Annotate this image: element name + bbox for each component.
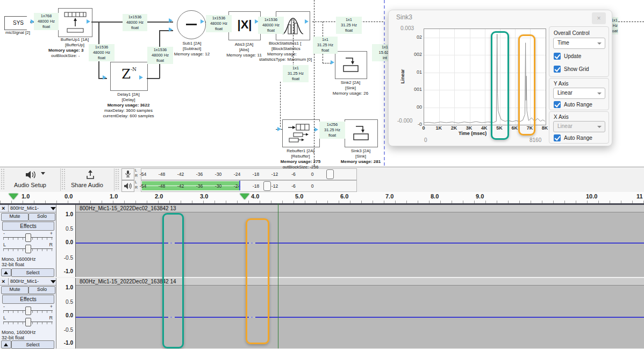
x-auto-range-checkbox[interactable]: Auto Range — [554, 134, 592, 141]
update-label: Update — [564, 53, 581, 59]
share-audio-label: Share Audio — [71, 182, 103, 188]
collapse-button[interactable] — [1, 340, 11, 348]
plot-x-tick: 1K — [435, 125, 442, 131]
playback-meter-handle[interactable] — [263, 181, 271, 191]
track-format-info: Mono, 16000Hz — [2, 330, 36, 335]
meter-scale-label: -48 — [159, 183, 165, 189]
plot-y-tick: -0 — [411, 122, 422, 127]
waveform-line — [76, 243, 644, 244]
select-button[interactable]: Select — [11, 340, 54, 349]
effects-button[interactable]: Effects — [2, 222, 54, 231]
plot-xstart-label: 0 — [424, 137, 427, 143]
track-close-button[interactable]: × — [2, 278, 5, 284]
window-close-button[interactable]: × — [592, 12, 606, 24]
effects-button[interactable]: Effects — [2, 295, 54, 304]
recording-meter[interactable]: -54-48-42-36-30-24-18-12-60 — [141, 168, 357, 180]
record-meter-button[interactable] — [121, 168, 134, 180]
plot-y-tick: 002 — [411, 52, 422, 57]
boundary-dashed-line — [314, 0, 314, 166]
signal-flow-diagram: SYS micSignal [2] — [0, 0, 644, 167]
block-caption: [Sink] — [345, 86, 356, 91]
gain-minus-label: - — [3, 231, 5, 236]
track-name: 800Hz_Mic1- — [10, 205, 39, 211]
meter-peak-indicator — [239, 181, 240, 190]
meter-scale-label: -42 — [177, 183, 184, 189]
playhead-marker-icon[interactable] — [240, 194, 249, 200]
meter-scale-label: -54 — [140, 183, 146, 189]
show-grid-checkbox[interactable]: Show Grid — [554, 66, 589, 73]
select-button[interactable]: Select — [11, 268, 54, 277]
block-caption: Memory usage: 275 — [281, 159, 320, 165]
track2-title-bar: × 800Hz_Mic1- — [0, 278, 56, 286]
y-auto-range-checkbox[interactable]: Auto Range — [554, 101, 592, 108]
gain-slider-thumb[interactable] — [25, 233, 31, 242]
recording-meter-handle[interactable] — [326, 169, 334, 179]
track-close-button[interactable]: × — [2, 205, 5, 211]
x-axis-select[interactable]: Linear — [553, 121, 605, 132]
checkbox-checked-icon — [554, 66, 561, 73]
sub1-block[interactable] — [177, 10, 206, 39]
screen: SYS micSignal [2] — [0, 0, 644, 349]
track2-vertical-ruler[interactable]: 1.0 0.5 0.0 -0.5 -1.0 — [56, 278, 76, 348]
block-caption: currentDelay: 600 samples — [103, 113, 154, 119]
pan-slider-thumb[interactable] — [25, 245, 31, 253]
solo-button[interactable]: Solo — [28, 286, 55, 294]
speaker-icon — [25, 170, 39, 180]
block-caption: [Delay] — [122, 97, 135, 103]
pan-slider-thumb[interactable] — [25, 318, 31, 326]
timeline-label: 2.0 — [155, 193, 163, 200]
track2-waveform-area[interactable]: 800Hz_Mic1-15_2022Dec02_163842 14 — [76, 278, 644, 348]
orange-highlight-tracks — [246, 218, 269, 344]
solo-button[interactable]: Solo — [28, 213, 55, 221]
dashed-wire — [280, 82, 281, 127]
y-axis-select[interactable]: Linear — [553, 88, 605, 99]
playback-meter-button[interactable] — [121, 180, 134, 192]
meter-scale-label: -30 — [215, 172, 221, 177]
toolbar-grip[interactable] — [62, 169, 66, 190]
timeline-ruler[interactable]: 1.00.01.02.03.04.05.06.07.08.09.010.011 — [0, 192, 644, 204]
y-axis-value: Linear — [557, 90, 573, 96]
timeline-label: 5.0 — [295, 193, 303, 200]
sink2-block[interactable] — [335, 51, 367, 79]
track-name-button[interactable]: 800Hz_Mic1- — [8, 205, 58, 212]
update-checkbox[interactable]: Update — [554, 53, 581, 60]
gain-slider[interactable]: - + — [2, 304, 54, 315]
port-arrow-icon — [314, 127, 318, 132]
rec-left-label: L — [135, 168, 137, 172]
clip-title-bar[interactable]: 800Hz_Mic1-15_2022Dec02_163842 13 — [76, 205, 644, 212]
timeline-label: 8.0 — [431, 193, 439, 200]
abs3-block[interactable]: |X| — [228, 11, 261, 40]
overall-control-select[interactable]: Time — [553, 38, 605, 49]
meter-scale-label: -18 — [253, 183, 259, 189]
plot-x-tick: 8K — [542, 125, 548, 131]
collapse-button[interactable] — [1, 268, 11, 276]
loop-marker-icon[interactable] — [9, 194, 18, 200]
mute-button[interactable]: Mute — [1, 286, 28, 294]
block-caption: Memory usage: — [267, 52, 297, 57]
gain-slider[interactable]: - + — [2, 231, 54, 241]
sink3-block[interactable] — [345, 119, 378, 147]
track1-vertical-ruler[interactable]: 1.0 0.5 0.0 -0.5 -1.0 — [56, 205, 76, 277]
playhead-cursor-line[interactable] — [278, 203, 278, 348]
block-caption: Memory usage: 3 — [48, 48, 83, 53]
overall-control-label: Overall Control — [554, 30, 590, 36]
gain-slider-thumb[interactable] — [25, 307, 31, 315]
ruler-label: -0.5 — [64, 327, 73, 333]
y-auto-range-label: Auto Range — [564, 102, 592, 108]
toolbar-grip[interactable] — [116, 169, 119, 190]
track1-waveform-area[interactable]: 800Hz_Mic1-15_2022Dec02_163842 13 — [76, 205, 644, 277]
wire-label: 1x76848000 Hzfloat — [34, 13, 59, 30]
timeline-label: 6.0 — [340, 193, 348, 200]
track-name-button[interactable]: 800Hz_Mic1- — [8, 278, 58, 285]
audio-setup-button[interactable]: Audio Setup — [6, 168, 60, 191]
pan-slider[interactable]: L R — [2, 315, 54, 326]
pan-slider[interactable]: L R — [2, 242, 54, 253]
playback-meter[interactable]: -54-48-42-36-30-24-18-12-60 — [141, 180, 357, 192]
checkbox-checked-icon — [554, 53, 561, 60]
share-audio-button[interactable]: Share Audio — [67, 168, 114, 191]
clip-title-bar[interactable]: 800Hz_Mic1-15_2022Dec02_163842 14 — [76, 278, 644, 286]
toolbar-grip[interactable] — [1, 169, 5, 190]
mute-button[interactable]: Mute — [1, 213, 28, 221]
sys-source-block[interactable]: SYS — [4, 16, 32, 30]
block-caption: Sub1 [2A] — [182, 41, 201, 46]
